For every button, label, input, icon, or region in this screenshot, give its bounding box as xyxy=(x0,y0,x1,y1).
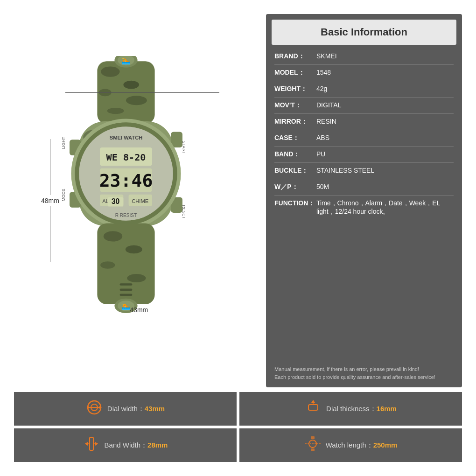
dial-width-text: Dial width：43mm xyxy=(107,405,165,413)
info-title: Basic Information xyxy=(281,26,447,38)
band-width-label: Band Width： xyxy=(105,441,148,449)
info-row-label-8: W／P： xyxy=(274,183,316,191)
svg-text:LIGHT: LIGHT xyxy=(61,136,66,149)
dial-thickness-value: 16mm xyxy=(377,405,397,413)
svg-text:MODE: MODE xyxy=(61,189,66,201)
svg-text:23:46: 23:46 xyxy=(99,170,153,191)
svg-text:🏊: 🏊 xyxy=(121,56,131,65)
svg-point-5 xyxy=(107,108,124,114)
info-row-value-0: SKMEI xyxy=(316,52,454,60)
svg-rect-54 xyxy=(308,405,318,410)
watch-length-text: Watch length：250mm xyxy=(326,441,398,450)
spec-cell-dial-width: Dial width：43mm xyxy=(14,392,237,426)
info-rows: BRAND：SKMEIMODEL：1548WEIGHT：42gMOV'T：DIG… xyxy=(266,45,462,362)
dial-width-value: 43mm xyxy=(145,405,165,413)
info-row-value-9: Time，Chrono，Alarm，Date，Week，EL light，12/… xyxy=(316,199,454,216)
info-row-label-1: MODEL： xyxy=(274,69,316,77)
info-row-7: BUCKLE：STAINLESS STEEL xyxy=(274,163,454,179)
spec-cell-watch-length: Watch length：250mm xyxy=(239,428,462,462)
svg-text:RESET: RESET xyxy=(182,205,186,219)
top-section: 48mm 43mm xyxy=(14,14,462,387)
info-row-label-9: FUNCTION： xyxy=(274,199,316,208)
svg-text:SMEI WATCH: SMEI WATCH xyxy=(110,135,143,140)
dial-thickness-label: Dial thickness： xyxy=(326,405,377,413)
spec-cell-band-width: Band Width：28mm xyxy=(14,428,237,462)
info-row-value-6: PU xyxy=(316,150,454,158)
dial-width-icon xyxy=(86,399,103,419)
main-container: 48mm 43mm xyxy=(0,0,476,476)
info-row-8: W／P：50M xyxy=(274,179,454,196)
watch-length-icon xyxy=(304,435,321,455)
svg-point-1 xyxy=(101,66,119,77)
info-row-label-6: BAND： xyxy=(274,150,316,159)
svg-point-2 xyxy=(123,81,139,89)
svg-rect-43 xyxy=(120,283,133,285)
info-row-value-7: STAINLESS STEEL xyxy=(316,167,454,174)
svg-text:CHIME: CHIME xyxy=(132,198,148,204)
svg-rect-63 xyxy=(311,436,315,439)
height-label: 48mm xyxy=(41,195,59,206)
svg-rect-64 xyxy=(311,448,315,451)
info-row-label-2: WEIGHT： xyxy=(274,85,316,93)
info-row-label-7: BUCKLE： xyxy=(274,167,316,175)
specs-section: Dial width：43mmDial thickness：16mmBand W… xyxy=(14,392,462,462)
svg-text:30: 30 xyxy=(112,197,120,205)
dial-thickness-text: Dial thickness：16mm xyxy=(326,405,397,413)
watch-image: 🏊 LIGHT MOD xyxy=(37,56,215,317)
info-row-6: BAND：PU xyxy=(274,147,454,163)
info-row-value-4: RESIN xyxy=(316,118,454,125)
info-row-value-1: 1548 xyxy=(316,69,454,76)
info-row-value-8: 50M xyxy=(316,183,454,190)
svg-text:R RESIST: R RESIST xyxy=(115,213,137,218)
watch-wrapper: 48mm 43mm xyxy=(37,56,233,345)
info-row-2: WEIGHT：42g xyxy=(274,81,454,98)
info-row-5: CASE：ABS xyxy=(274,130,454,147)
info-row-label-3: MOV'T： xyxy=(274,101,316,110)
svg-point-4 xyxy=(126,96,147,105)
width-label: 43mm xyxy=(130,306,148,314)
band-width-value: 28mm xyxy=(147,441,168,449)
info-row-label-0: BRAND： xyxy=(274,52,316,61)
info-row-1: MODEL：1548 xyxy=(274,65,454,81)
band-width-text: Band Width：28mm xyxy=(105,441,168,450)
svg-text:WE 8-20: WE 8-20 xyxy=(106,152,146,163)
info-header: Basic Information xyxy=(272,20,456,45)
svg-rect-44 xyxy=(120,288,133,290)
band-width-icon xyxy=(83,435,100,455)
svg-point-40 xyxy=(126,245,142,253)
note-line1: Manual measurement, if there is an error… xyxy=(274,365,454,373)
svg-point-39 xyxy=(104,231,122,241)
info-note: Manual measurement, if there is an error… xyxy=(266,362,462,387)
info-row-value-3: DIGITAL xyxy=(316,101,454,109)
svg-rect-45 xyxy=(120,294,133,296)
info-row-label-5: CASE： xyxy=(274,134,316,142)
svg-point-41 xyxy=(100,261,115,269)
watch-section: 48mm 43mm xyxy=(14,14,257,387)
info-row-label-4: MIRROR： xyxy=(274,118,316,126)
info-row-4: MIRROR：RESIN xyxy=(274,114,454,130)
svg-text:🏊: 🏊 xyxy=(121,301,131,310)
svg-point-42 xyxy=(127,274,146,282)
info-panel: Basic Information BRAND：SKMEIMODEL：1548W… xyxy=(266,14,462,387)
watch-length-label: Watch length： xyxy=(326,441,373,449)
info-row-value-5: ABS xyxy=(316,134,454,141)
spec-cell-dial-thickness: Dial thickness：16mm xyxy=(239,392,462,426)
dial-thickness-icon xyxy=(305,399,322,419)
dial-width-label: Dial width： xyxy=(107,405,145,413)
info-row-3: MOV'T：DIGITAL xyxy=(274,98,454,114)
info-row-9: FUNCTION：Time，Chrono，Alarm，Date，Week，EL … xyxy=(274,196,454,220)
watch-length-value: 250mm xyxy=(373,441,398,449)
svg-text:START: START xyxy=(182,140,186,154)
note-line2: Each product sold to provide quality ass… xyxy=(274,373,454,381)
info-row-0: BRAND：SKMEI xyxy=(274,49,454,65)
info-row-value-2: 42g xyxy=(316,85,454,92)
svg-rect-57 xyxy=(90,437,93,450)
